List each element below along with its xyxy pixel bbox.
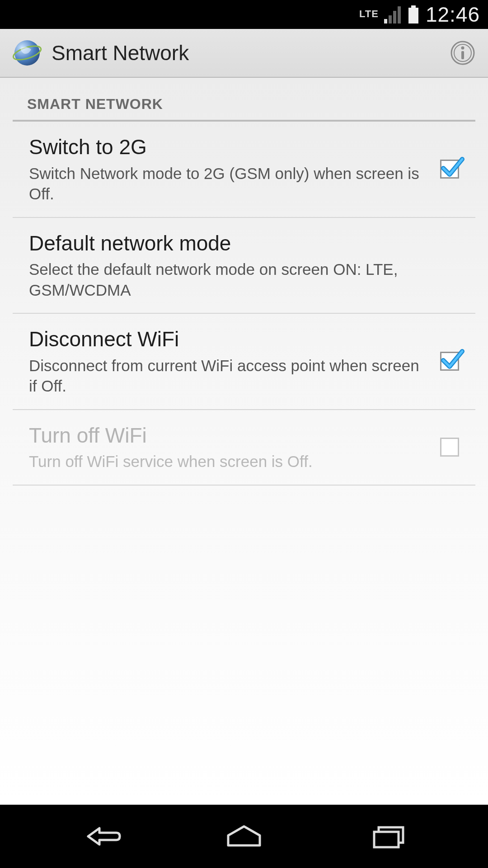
nav-home-button[interactable] [217, 818, 271, 854]
checkbox-disconnect-wifi[interactable] [440, 352, 459, 371]
checkbox-turn-off-wifi [440, 438, 459, 457]
status-clock: 12:46 [426, 2, 480, 27]
pref-summary: Select the default network mode on scree… [29, 259, 446, 300]
svg-rect-11 [461, 51, 464, 59]
pref-text: Turn off WiFi Turn off WiFi service when… [29, 423, 440, 472]
home-icon [221, 823, 267, 850]
svg-point-10 [461, 47, 465, 50]
pref-title: Turn off WiFi [29, 423, 427, 449]
pref-summary: Switch Network mode to 2G (GSM only) whe… [29, 163, 427, 204]
checkbox-switch-2g[interactable] [440, 160, 459, 179]
battery-icon [408, 5, 419, 24]
svg-rect-1 [389, 15, 392, 24]
pref-turn-off-wifi: Turn off WiFi Turn off WiFi service when… [13, 410, 475, 486]
nav-recent-button[interactable] [361, 818, 416, 854]
action-bar: Smart Network [0, 29, 488, 78]
svg-rect-2 [393, 11, 396, 24]
lte-label: LTE [359, 8, 379, 20]
pref-default-network-mode[interactable]: Default network mode Select the default … [13, 218, 475, 314]
navigation-bar [0, 805, 488, 868]
section-header: SMART NETWORK [13, 82, 475, 122]
status-bar: LTE 12:46 [0, 0, 488, 29]
pref-summary: Disconnect from current WiFi access poin… [29, 355, 427, 396]
svg-rect-12 [374, 832, 399, 847]
signal-icon [384, 5, 402, 24]
info-icon [450, 40, 475, 66]
status-icons: LTE [359, 5, 419, 24]
svg-rect-0 [384, 19, 387, 24]
nav-back-button[interactable] [72, 818, 127, 854]
app-globe-icon [11, 37, 43, 69]
pref-title: Switch to 2G [29, 134, 427, 160]
content-area: SMART NETWORK Switch to 2G Switch Networ… [0, 78, 488, 805]
svg-rect-5 [408, 8, 418, 24]
pref-title: Default network mode [29, 231, 446, 257]
pref-title: Disconnect WiFi [29, 326, 427, 353]
svg-rect-4 [411, 5, 416, 8]
back-icon [75, 823, 124, 850]
pref-switch-2g[interactable]: Switch to 2G Switch Network mode to 2G (… [13, 122, 475, 218]
pref-text: Disconnect WiFi Disconnect from current … [29, 326, 440, 396]
recent-apps-icon [366, 823, 411, 850]
pref-summary: Turn off WiFi service when screen is Off… [29, 451, 427, 472]
checkmark-icon [440, 155, 465, 180]
pref-text: Switch to 2G Switch Network mode to 2G (… [29, 134, 440, 204]
app-title: Smart Network [52, 41, 448, 65]
info-button[interactable] [448, 38, 477, 67]
checkmark-icon [440, 347, 465, 372]
pref-text: Default network mode Select the default … [29, 231, 459, 301]
pref-disconnect-wifi[interactable]: Disconnect WiFi Disconnect from current … [13, 314, 475, 410]
svg-rect-3 [398, 6, 401, 24]
